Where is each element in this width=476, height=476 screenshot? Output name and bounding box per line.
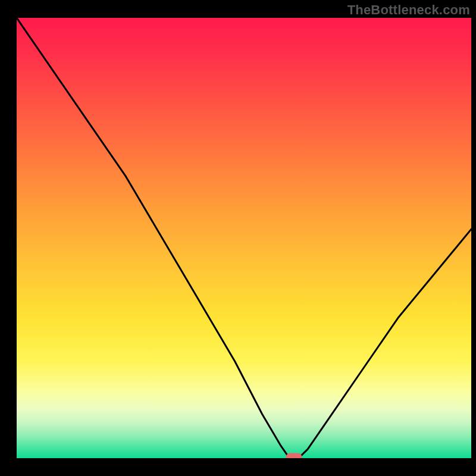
plot-area xyxy=(17,18,471,458)
watermark-text: TheBottleneck.com xyxy=(347,2,470,18)
curve-path xyxy=(17,18,471,458)
bottleneck-curve xyxy=(17,18,471,458)
optimal-marker xyxy=(286,453,302,458)
chart-frame: TheBottleneck.com xyxy=(0,0,476,476)
